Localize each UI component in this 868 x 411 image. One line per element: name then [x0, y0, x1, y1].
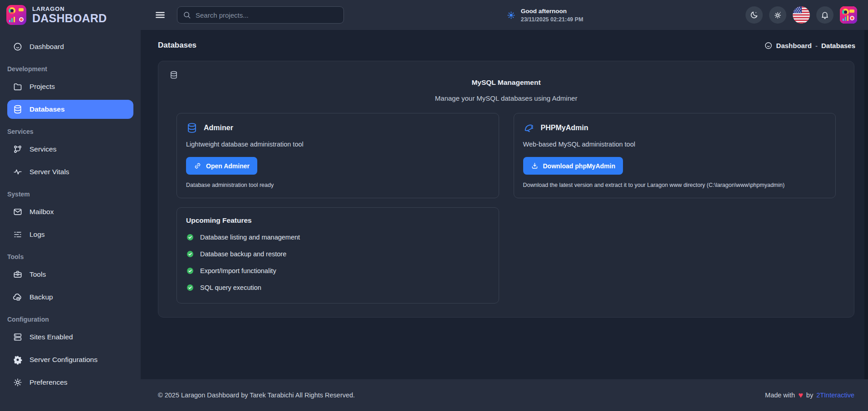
- sidebar-section-label: Services: [7, 128, 133, 135]
- tool-note: Database administration tool ready: [186, 182, 490, 188]
- search: [177, 6, 344, 24]
- sidebar-item-label: Logs: [29, 230, 45, 239]
- topbar-actions: [745, 6, 857, 24]
- sidebar-item-server-vitals[interactable]: Server Vitals: [7, 162, 133, 181]
- footer-credit: Made with ♥ by 2TInteractive: [765, 391, 854, 399]
- sidebar-section-label: Configuration: [7, 316, 133, 323]
- upcoming-features-card: Upcoming Features Database listing and m…: [177, 207, 499, 303]
- phpmyadmin-button[interactable]: Download phpMyAdmin: [523, 157, 623, 175]
- app-window: LARAGON DASHBOARD DashboardDevelopmentPr…: [0, 0, 868, 411]
- search-input[interactable]: [177, 6, 344, 24]
- sidebar-item-label: Server Vitals: [29, 168, 69, 176]
- sidebar-section-label: System: [7, 191, 133, 198]
- brand-text: LARAGON DASHBOARD: [32, 5, 107, 24]
- hamburger-icon: [154, 9, 166, 21]
- home-icon: [764, 41, 773, 50]
- tool-card-adminer: AdminerLightweight database administrati…: [177, 113, 499, 198]
- greeting-text: Good afternoon: [521, 8, 584, 15]
- feature-list: Database listing and managementDatabase …: [186, 233, 490, 292]
- sidebar-item-preferences[interactable]: Preferences: [7, 373, 133, 392]
- theme-toggle-button[interactable]: [745, 6, 763, 24]
- sidebar-item-label: Backup: [29, 293, 53, 301]
- sidebar-toggle-button[interactable]: [152, 6, 169, 24]
- breadcrumb-home-link[interactable]: Dashboard: [776, 42, 812, 49]
- server-stack-icon: [13, 332, 23, 342]
- settings-button[interactable]: [769, 6, 786, 24]
- sun-icon: [506, 10, 516, 20]
- brand-line2: DASHBOARD: [32, 13, 107, 24]
- feature-item: Database backup and restore: [186, 250, 490, 258]
- list-icon: [13, 230, 23, 240]
- tools-grid: AdminerLightweight database administrati…: [177, 113, 836, 303]
- sidebar-item-server-configurations[interactable]: Server Configurations: [7, 350, 133, 369]
- download-icon: [531, 162, 539, 170]
- breadcrumb-current: Databases: [821, 42, 855, 49]
- envelope-icon: [13, 207, 23, 217]
- sidebar-section-label: Tools: [7, 253, 133, 260]
- panel-subtitle: Manage your MySQL databases using Admine…: [169, 94, 843, 102]
- feature-label: Database backup and restore: [200, 250, 286, 258]
- link-icon: [194, 162, 201, 170]
- breadcrumb-separator: -: [815, 42, 818, 49]
- sidebar-item-label: Projects: [29, 83, 55, 91]
- sidebar-item-logs[interactable]: Logs: [7, 225, 133, 244]
- footer-made-with: Made with: [765, 391, 795, 399]
- brand-line1: LARAGON: [32, 5, 107, 12]
- sidebar-item-label: Dashboard: [29, 43, 64, 51]
- nodes-icon: [13, 144, 23, 154]
- tool-description: Web-based MySQL administration tool: [523, 141, 827, 148]
- check-circle-icon: [186, 284, 194, 292]
- dashboard-icon: [13, 42, 23, 52]
- main-column: Good afternoon 23/11/2025 02:21:49 PM Da…: [141, 0, 868, 411]
- check-circle-icon: [186, 250, 194, 258]
- breadcrumb: Dashboard - Databases: [764, 41, 855, 50]
- page-title: Databases: [158, 41, 196, 50]
- gear-filled-icon: [13, 355, 23, 365]
- scrollbar-track[interactable]: [864, 30, 868, 379]
- sidebar-item-label: Sites Enabled: [29, 333, 73, 341]
- page-header: Databases Dashboard - Databases: [141, 30, 868, 58]
- feature-item: SQL query execution: [186, 284, 490, 292]
- folder-icon: [13, 82, 23, 92]
- adminer-button[interactable]: Open Adminer: [186, 157, 257, 175]
- sidebar-item-projects[interactable]: Projects: [7, 77, 133, 96]
- sidebar-nav: DashboardDevelopmentProjectsDatabasesSer…: [0, 30, 141, 396]
- sidebar-item-services[interactable]: Services: [7, 140, 133, 159]
- topbar: Good afternoon 23/11/2025 02:21:49 PM: [141, 0, 868, 30]
- brand-logo[interactable]: LARAGON DASHBOARD: [0, 0, 141, 30]
- sidebar-item-backup[interactable]: Backup: [7, 288, 133, 307]
- footer-2tinteractive-link[interactable]: 2TInteractive: [816, 391, 854, 399]
- sidebar-item-dashboard[interactable]: Dashboard: [7, 37, 133, 56]
- feature-label: Export/Import functionality: [200, 267, 276, 274]
- notifications-button[interactable]: [816, 6, 834, 24]
- moon-icon: [750, 10, 759, 20]
- sidebar: LARAGON DASHBOARD DashboardDevelopmentPr…: [0, 0, 141, 411]
- sidebar-item-label: Databases: [29, 105, 65, 113]
- sidebar-item-label: Server Configurations: [29, 356, 98, 364]
- panel-title: MySQL Management: [169, 78, 843, 87]
- tool-title: Adminer: [204, 124, 233, 132]
- feature-item: Export/Import functionality: [186, 267, 490, 275]
- button-label: Download phpMyAdmin: [543, 162, 615, 170]
- tool-card-phpmyadmin: PHPMyAdminWeb-based MySQL administration…: [514, 113, 836, 198]
- heart-icon: ♥: [798, 391, 803, 399]
- profile-button[interactable]: [840, 6, 857, 24]
- footer-copyright: © 2025 Laragon Dashboard by Tarek Tarabi…: [158, 391, 355, 399]
- language-button[interactable]: [793, 6, 810, 24]
- sidebar-item-mailbox[interactable]: Mailbox: [7, 202, 133, 221]
- button-label: Open Adminer: [206, 162, 250, 170]
- sidebar-item-sites-enabled[interactable]: Sites Enabled: [7, 328, 133, 347]
- sidebar-item-databases[interactable]: Databases: [7, 100, 133, 119]
- greeting-datetime: 23/11/2025 02:21:49 PM: [521, 16, 584, 23]
- search-icon: [182, 10, 191, 20]
- tool-title: PHPMyAdmin: [541, 124, 588, 132]
- sidebar-item-label: Preferences: [29, 378, 68, 387]
- greeting-block: Good afternoon 23/11/2025 02:21:49 PM: [506, 8, 584, 23]
- database-icon: [13, 104, 23, 114]
- us-flag-icon: [793, 6, 810, 24]
- toolbox-icon: [13, 269, 23, 279]
- sidebar-item-tools[interactable]: Tools: [7, 265, 133, 284]
- laragon-logo-icon: [6, 5, 26, 25]
- database-icon: [186, 122, 198, 134]
- footer: © 2025 Laragon Dashboard by Tarek Tarabi…: [141, 379, 868, 411]
